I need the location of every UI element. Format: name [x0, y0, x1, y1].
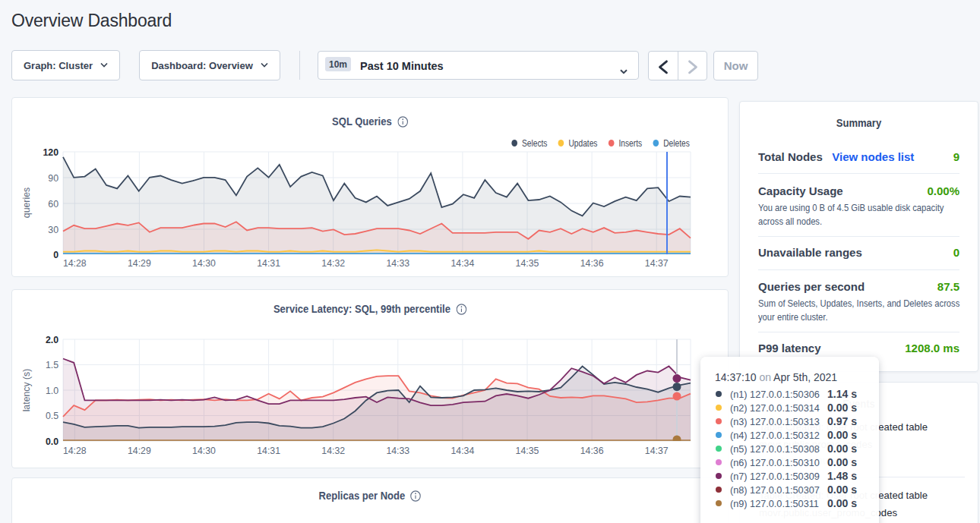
svg-text:14:34: 14:34 — [451, 258, 475, 269]
svg-text:14:30: 14:30 — [192, 258, 216, 269]
svg-text:14:34: 14:34 — [451, 446, 475, 456]
svg-text:14:29: 14:29 — [128, 258, 151, 269]
svg-text:14:32: 14:32 — [321, 446, 345, 456]
svg-text:2.0: 2.0 — [46, 335, 58, 345]
svg-text:1.0: 1.0 — [46, 386, 58, 396]
svg-text:14:36: 14:36 — [580, 446, 604, 456]
svg-text:14:35: 14:35 — [516, 446, 539, 456]
svg-text:0: 0 — [53, 250, 58, 260]
svg-text:14:28: 14:28 — [63, 446, 87, 456]
svg-text:14:28: 14:28 — [63, 258, 87, 269]
svg-text:latency (s): latency (s) — [21, 369, 32, 412]
svg-text:120: 120 — [43, 147, 58, 158]
svg-text:14:35: 14:35 — [516, 258, 539, 269]
svg-text:14:33: 14:33 — [386, 446, 409, 456]
svg-text:0.0: 0.0 — [46, 436, 58, 447]
svg-text:queries: queries — [21, 187, 32, 218]
svg-text:14:33: 14:33 — [386, 258, 409, 269]
svg-text:0.5: 0.5 — [46, 411, 58, 421]
svg-text:14:31: 14:31 — [257, 446, 280, 456]
svg-text:30: 30 — [48, 225, 58, 235]
svg-text:14:32: 14:32 — [321, 258, 345, 269]
svg-text:14:37: 14:37 — [645, 446, 669, 456]
svg-text:14:31: 14:31 — [257, 258, 280, 269]
svg-text:14:37: 14:37 — [645, 258, 669, 269]
svg-text:14:29: 14:29 — [128, 446, 151, 456]
svg-text:14:30: 14:30 — [192, 446, 216, 456]
svg-text:14:36: 14:36 — [580, 258, 604, 269]
svg-text:1.5: 1.5 — [46, 360, 58, 370]
svg-text:60: 60 — [48, 199, 58, 210]
svg-text:90: 90 — [48, 173, 58, 184]
